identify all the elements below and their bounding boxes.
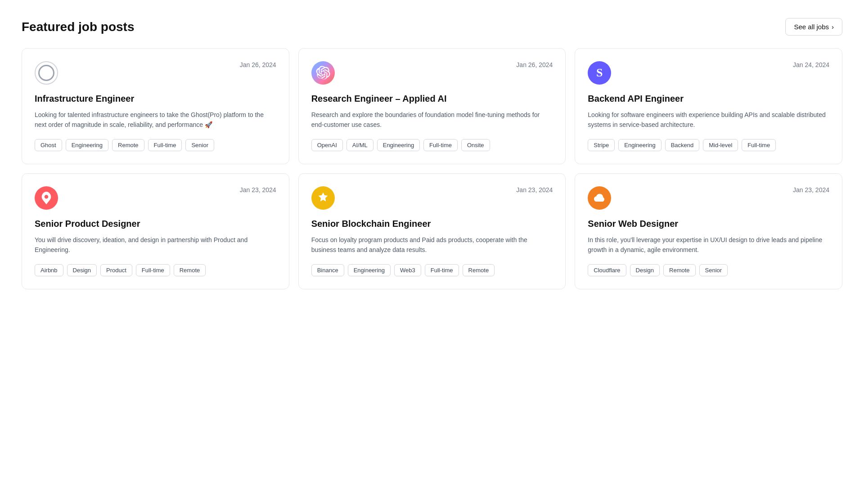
job-title: Senior Product Designer xyxy=(35,218,276,230)
job-date: Jan 26, 2024 xyxy=(240,61,276,68)
job-tag: Cloudflare xyxy=(588,264,626,276)
job-date: Jan 23, 2024 xyxy=(240,186,276,194)
job-tag: Full-time xyxy=(148,139,182,151)
job-tag: Web3 xyxy=(394,264,421,276)
see-all-button[interactable]: See all jobs › xyxy=(785,18,842,36)
job-card[interactable]: Jan 23, 2024 Senior Web Designer In this… xyxy=(575,173,842,289)
job-date: Jan 26, 2024 xyxy=(516,61,553,68)
job-description: Focus on loyalty program products and Pa… xyxy=(311,235,553,255)
job-date: Jan 23, 2024 xyxy=(793,186,829,194)
job-tag: Full-time xyxy=(423,139,458,151)
card-header: Jan 23, 2024 xyxy=(311,186,553,210)
job-tag: Engineering xyxy=(348,264,391,276)
card-header: Jan 23, 2024 xyxy=(588,186,829,210)
job-tag: Full-time xyxy=(425,264,459,276)
card-header: S Jan 24, 2024 xyxy=(588,61,829,85)
company-logo xyxy=(588,186,611,210)
job-tag: Remote xyxy=(663,264,696,276)
company-logo xyxy=(35,61,58,85)
job-tag: Remote xyxy=(174,264,206,276)
job-description: You will drive discovery, ideation, and … xyxy=(35,235,276,255)
job-tags: CloudflareDesignRemoteSenior xyxy=(588,264,829,276)
job-description: Research and explore the boundaries of f… xyxy=(311,110,553,130)
job-tags: BinanceEngineeringWeb3Full-timeRemote xyxy=(311,264,553,276)
job-tag: Engineering xyxy=(618,139,661,151)
job-tag: Full-time xyxy=(136,264,170,276)
job-tag: Backend xyxy=(665,139,700,151)
job-tag: Product xyxy=(100,264,132,276)
job-tag: Onsite xyxy=(461,139,490,151)
job-card[interactable]: S Jan 24, 2024 Backend API Engineer Look… xyxy=(575,48,842,164)
card-header: Jan 26, 2024 xyxy=(311,61,553,85)
job-tag: AI/ML xyxy=(346,139,374,151)
company-logo xyxy=(35,186,58,210)
job-tag: Design xyxy=(67,264,97,276)
job-tag: Ghost xyxy=(35,139,62,151)
job-card[interactable]: Jan 26, 2024 Research Engineer – Applied… xyxy=(298,48,566,164)
card-header: Jan 26, 2024 xyxy=(35,61,276,85)
job-tags: AirbnbDesignProductFull-timeRemote xyxy=(35,264,276,276)
job-tag: Remote xyxy=(112,139,144,151)
job-tag: Senior xyxy=(185,139,214,151)
job-description: Looking for software engineers with expe… xyxy=(588,110,829,130)
job-date: Jan 24, 2024 xyxy=(793,61,829,68)
job-tag: Design xyxy=(630,264,660,276)
see-all-arrow: › xyxy=(832,23,834,31)
page-header: Featured job posts See all jobs › xyxy=(22,18,842,36)
job-tags: StripeEngineeringBackendMid-levelFull-ti… xyxy=(588,139,829,151)
job-description: Looking for talented infrastructure engi… xyxy=(35,110,276,130)
card-header: Jan 23, 2024 xyxy=(35,186,276,210)
job-title: Backend API Engineer xyxy=(588,93,829,104)
job-tag: Engineering xyxy=(66,139,108,151)
company-logo xyxy=(311,61,335,85)
job-tags: GhostEngineeringRemoteFull-timeSenior xyxy=(35,139,276,151)
company-logo xyxy=(311,186,335,210)
job-tag: Full-time xyxy=(742,139,776,151)
job-card[interactable]: Jan 26, 2024 Infrastructure Engineer Loo… xyxy=(22,48,289,164)
job-tag: Engineering xyxy=(377,139,420,151)
job-card[interactable]: Jan 23, 2024 Senior Blockchain Engineer … xyxy=(298,173,566,289)
job-tag: OpenAI xyxy=(311,139,343,151)
job-tag: Stripe xyxy=(588,139,615,151)
page-title: Featured job posts xyxy=(22,20,134,34)
job-title: Senior Web Designer xyxy=(588,218,829,230)
job-date: Jan 23, 2024 xyxy=(516,186,553,194)
job-tags: OpenAIAI/MLEngineeringFull-timeOnsite xyxy=(311,139,553,151)
job-tag: Remote xyxy=(463,264,495,276)
job-tag: Senior xyxy=(699,264,728,276)
job-description: In this role, you'll leverage your exper… xyxy=(588,235,829,255)
company-logo: S xyxy=(588,61,611,85)
job-card[interactable]: Jan 23, 2024 Senior Product Designer You… xyxy=(22,173,289,289)
job-tag: Mid-level xyxy=(703,139,738,151)
job-title: Infrastructure Engineer xyxy=(35,93,276,104)
job-title: Research Engineer – Applied AI xyxy=(311,93,553,104)
see-all-label: See all jobs xyxy=(794,23,829,31)
job-tag: Airbnb xyxy=(35,264,63,276)
job-tag: Binance xyxy=(311,264,344,276)
job-title: Senior Blockchain Engineer xyxy=(311,218,553,230)
jobs-grid: Jan 26, 2024 Infrastructure Engineer Loo… xyxy=(22,48,842,289)
